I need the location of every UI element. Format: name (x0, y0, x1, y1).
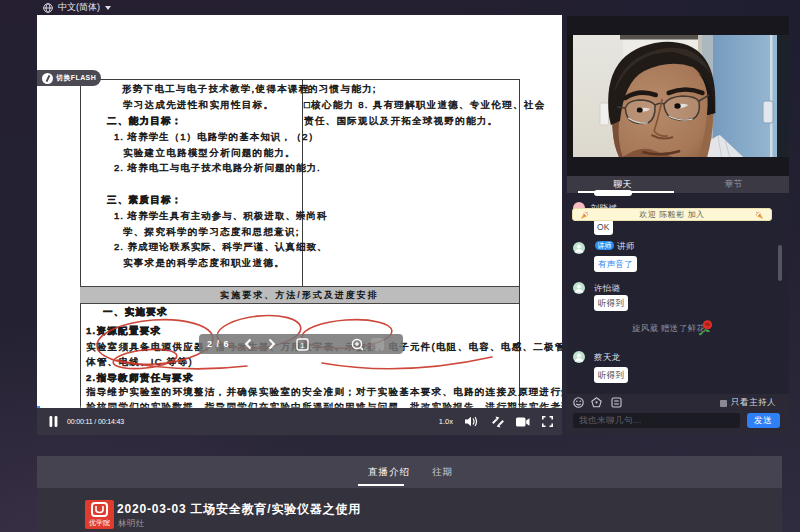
svg-text:1: 1 (300, 340, 305, 349)
svg-text:优学院: 优学院 (89, 519, 110, 527)
